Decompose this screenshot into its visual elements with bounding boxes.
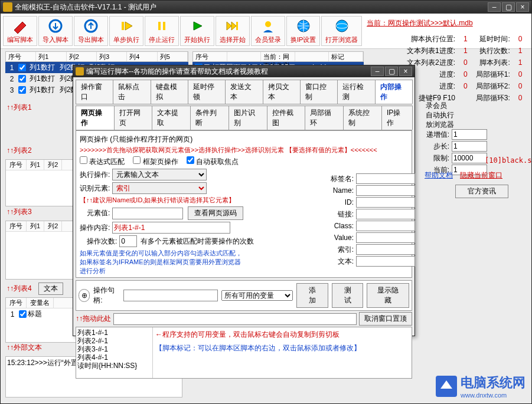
var-item[interactable]: 列表2-#-1: [77, 337, 151, 345]
dialog-close-button[interactable]: ×: [399, 67, 412, 76]
field-input-3[interactable]: [356, 209, 415, 219]
tab-tabs1-2[interactable]: 键盘模拟: [151, 80, 188, 104]
toolbar-pencil-button[interactable]: 编写脚本: [3, 16, 37, 46]
limit-input[interactable]: [452, 153, 487, 163]
toolbar-pause-button[interactable]: 停止运行: [145, 16, 179, 46]
tab-tabs1-5[interactable]: 拷贝文本: [263, 80, 301, 104]
cancel-topmost-button[interactable]: 取消窗口置顶: [359, 312, 412, 326]
tab-tabs1-1[interactable]: 鼠标点击: [113, 80, 151, 104]
field-input-2[interactable]: [356, 197, 415, 208]
view-source-button[interactable]: 查看网页源码: [188, 206, 243, 220]
tab-tabs1-4[interactable]: 发送文本: [225, 80, 263, 104]
handle-input[interactable]: [123, 290, 218, 301]
ffwd-icon: [222, 18, 243, 34]
ext-text-label: ↑↑外部文本: [5, 340, 43, 355]
tab-tabs2-4[interactable]: 图片识别: [229, 106, 267, 130]
step-icon: [116, 18, 137, 34]
list1-label: ↑↑列表1: [5, 100, 33, 115]
status-grid: 脚本执行位置:1延时时间:0文本列表1进度:1执行次数:1文本列表2进度:0脚本…: [402, 32, 527, 104]
var-item[interactable]: 列表1-#-1: [77, 329, 151, 337]
text-button[interactable]: 文本: [38, 283, 63, 295]
expr-match-check[interactable]: [80, 156, 87, 164]
toolbar-globe-button[interactable]: 换IP设置: [286, 16, 320, 46]
showhide-button[interactable]: 显示隐藏: [367, 283, 409, 308]
tab-tabs1-7[interactable]: 运行检测: [337, 80, 375, 104]
tab-tabs2-1[interactable]: 打开网页: [114, 106, 153, 130]
exec-action-select[interactable]: 元素输入文本: [112, 169, 207, 180]
maximize-button[interactable]: ▢: [502, 2, 515, 12]
test-button[interactable]: 测 试: [332, 283, 364, 308]
svg-rect-3: [158, 22, 161, 30]
drag-target-input[interactable]: [113, 313, 357, 325]
black-she-label: [10]black.she: [485, 156, 532, 165]
hide-window-link[interactable]: 隐藏当前窗口: [460, 170, 502, 180]
identify-element-select[interactable]: 索引: [112, 182, 207, 194]
var-item[interactable]: 列表3-#-1: [77, 345, 151, 353]
watermark-icon: [436, 376, 457, 397]
tab-tabs1-8[interactable]: 内部操作: [375, 80, 413, 104]
toolbar-ffwd-button[interactable]: 选择开始: [216, 16, 250, 46]
available-vars-select[interactable]: 所有可用的变量: [221, 290, 293, 301]
form-hint-red: >>>>>>>首先拖动探靶获取网页元素值>>选择执行操作>>选择识别元素 【要选…: [80, 146, 408, 155]
list4-check[interactable]: [19, 310, 27, 318]
field-input-6[interactable]: [356, 244, 415, 255]
toolbar-export-button[interactable]: 导出脚本: [74, 16, 108, 46]
tab-tabs2-7[interactable]: 系统控制: [343, 106, 382, 130]
dialog-minimize-button[interactable]: –: [371, 67, 384, 76]
operation-times-input[interactable]: [119, 235, 137, 247]
dialog-title: 编写运行脚本--各功能的操作请查看帮助文档或者视频教程: [86, 67, 371, 77]
field-input-5[interactable]: [356, 232, 415, 243]
svg-rect-5: [236, 22, 238, 30]
list2-label: ↑↑列表2: [5, 143, 33, 158]
tab-tabs1-3[interactable]: 延时停顿: [188, 80, 226, 104]
tab-tabs2-3[interactable]: 条件判断: [190, 106, 229, 130]
user-icon: [257, 18, 279, 34]
help-doc-link[interactable]: 帮助文档: [425, 170, 453, 180]
tab-tabs2-5[interactable]: 控件截图: [267, 106, 306, 130]
field-input-4[interactable]: [356, 221, 415, 231]
toolbar-step-button[interactable]: 单步执行: [109, 16, 143, 46]
toolbar-import-button[interactable]: 导入脚本: [38, 16, 73, 46]
list4-label: ↑↑列表4: [5, 281, 33, 296]
add-button[interactable]: 添 加: [296, 283, 328, 308]
minimize-button[interactable]: –: [488, 2, 501, 12]
play-icon: [187, 18, 208, 34]
toolbar-user-button[interactable]: 会员登录: [251, 16, 285, 46]
element-value-input[interactable]: [112, 208, 183, 219]
official-info-button[interactable]: 官方资讯: [455, 185, 508, 198]
field-input-1[interactable]: [356, 185, 415, 196]
field-input-7[interactable]: [356, 256, 415, 267]
step-input[interactable]: [452, 141, 487, 152]
frame-page-check[interactable]: [133, 156, 141, 164]
close-button[interactable]: ×: [516, 2, 529, 12]
svg-rect-4: [163, 22, 165, 30]
tab-tabs2-2[interactable]: 文本提取: [152, 106, 191, 130]
dialog-maximize-button[interactable]: ▢: [385, 67, 398, 76]
dialog-icon: [76, 67, 84, 75]
increment-input[interactable]: [452, 129, 487, 140]
var-item[interactable]: 读时间{HH:NN:SS}: [77, 362, 151, 370]
toolbar-play-button[interactable]: 开始执行: [180, 16, 214, 46]
var-item[interactable]: 列表4-#-1: [77, 353, 151, 362]
target-icon[interactable]: ⊕: [79, 289, 90, 302]
app-icon: [3, 2, 12, 12]
main-titlebar: 全能模拟王-自动点击软件-V17.1.1 - 测试用户 – ▢ ×: [1, 1, 531, 14]
drag-here-label: ↑↑拖动此处: [76, 314, 111, 324]
globe-icon: [293, 18, 314, 34]
field-input-0[interactable]: [356, 173, 415, 184]
operation-content-input[interactable]: [112, 222, 230, 234]
tab-tabs2-6[interactable]: 局部循环: [305, 106, 344, 130]
right-params: 录会员 自动执行 放浏览器 递增值: 步长: 限制: 当前:: [426, 101, 526, 176]
toolbar-browser-button[interactable]: 打开浏览器: [321, 16, 362, 46]
auto-focus-check[interactable]: [187, 156, 194, 164]
browser-icon: [331, 18, 353, 34]
variable-list[interactable]: 列表1-#-1列表2-#-1列表3-#-1列表4-#-1读时间{HH:NN:SS…: [76, 327, 153, 378]
svg-point-6: [265, 21, 271, 27]
tab-tabs2-0[interactable]: 网页操作: [76, 106, 115, 130]
current-db-link[interactable]: 当前：网页操作测试>>>默认.mdb: [367, 18, 473, 28]
tab-tabs1-0[interactable]: 操作窗口: [76, 80, 113, 104]
form-hint-top: 网页操作 (只能操作程序打开的网页): [80, 134, 408, 144]
tab-tabs2-8[interactable]: IP操作: [381, 106, 413, 130]
tab-tabs1-6[interactable]: 窗口控制: [300, 80, 338, 104]
svg-rect-2: [122, 22, 124, 30]
